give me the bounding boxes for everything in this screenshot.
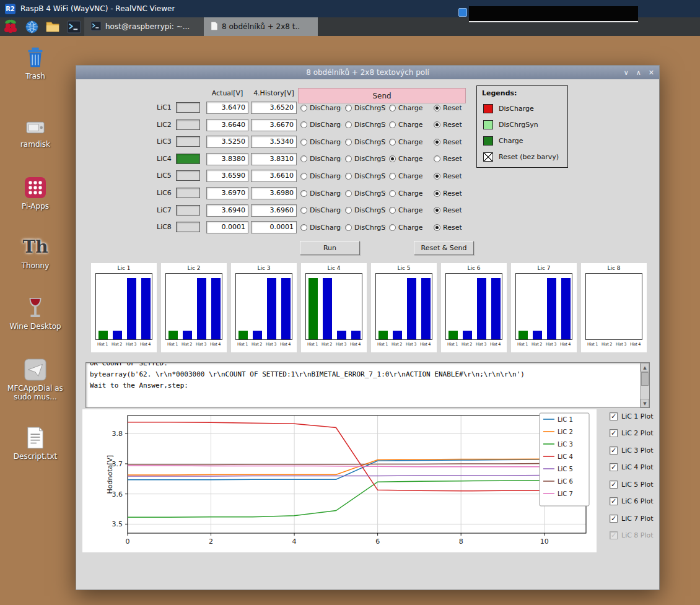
history-voltage-field[interactable]: 3.5340 [251, 136, 297, 148]
radio-discharge[interactable]: DisCharge [300, 103, 341, 113]
radio-discharge[interactable]: DisCharge [300, 120, 341, 130]
actual-voltage-field[interactable]: 3.6640 [206, 119, 248, 131]
radio-reset[interactable]: Reset [434, 171, 462, 181]
radio-circle[interactable] [434, 190, 440, 197]
history-voltage-field[interactable]: 3.6520 [251, 102, 297, 114]
desktop-icon-wine-desktop[interactable]: Wine Desktop [4, 294, 66, 331]
checkbox-icon[interactable]: ✓ [610, 497, 618, 505]
radio-reset[interactable]: Reset [434, 154, 462, 164]
radio-reset[interactable]: Reset [434, 222, 462, 232]
radio-circle[interactable] [300, 207, 307, 214]
radio-circle[interactable] [345, 190, 352, 197]
scroll-up-icon[interactable]: ▲ [641, 363, 649, 372]
plot-checkbox-lic-4-plot[interactable]: ✓LiC 4 Plot [610, 461, 654, 474]
radio-circle[interactable] [345, 139, 352, 146]
radio-charge[interactable]: Charge [389, 137, 422, 147]
actual-voltage-field[interactable]: 3.6970 [206, 187, 248, 199]
radio-circle[interactable] [434, 121, 440, 128]
reset-send-button[interactable]: Reset & Send [414, 241, 474, 255]
radio-dischrgsyn[interactable]: DisChrgSyn [345, 120, 386, 130]
scrollbar-thumb[interactable] [641, 372, 649, 386]
radio-circle[interactable] [389, 155, 396, 162]
radio-circle[interactable] [389, 121, 396, 128]
radio-circle[interactable] [345, 173, 352, 180]
radio-dischrgsyn[interactable]: DisChrgSyn [345, 103, 386, 113]
radio-reset[interactable]: Reset [434, 103, 462, 113]
radio-circle[interactable] [300, 224, 307, 231]
radio-charge[interactable]: Charge [389, 103, 422, 113]
checkbox-icon[interactable]: ✓ [610, 515, 618, 523]
radio-reset[interactable]: Reset [434, 188, 462, 198]
radio-circle[interactable] [345, 207, 352, 214]
run-button[interactable]: Run [300, 241, 360, 255]
actual-voltage-field[interactable]: 3.6940 [206, 204, 248, 217]
radio-charge[interactable]: Charge [389, 154, 422, 164]
checkbox-icon[interactable]: ✓ [610, 429, 618, 437]
radio-dischrgsyn[interactable]: DisChrgSyn [345, 154, 386, 164]
taskbar-task-terminal[interactable]: host@raspberrypi: ~... [84, 17, 204, 36]
actual-voltage-field[interactable]: 3.6470 [206, 102, 248, 114]
radio-dischrgsyn[interactable]: DisChrgSyn [345, 171, 386, 181]
maximize-icon[interactable]: ∧ [636, 69, 641, 77]
radio-circle[interactable] [389, 207, 396, 214]
radio-charge[interactable]: Charge [389, 222, 422, 232]
radio-reset[interactable]: Reset [434, 120, 462, 130]
radio-circle[interactable] [300, 105, 307, 111]
web-browser-icon[interactable] [21, 17, 42, 36]
radio-discharge[interactable]: DisCharge [300, 206, 341, 215]
actual-voltage-field[interactable]: 3.5250 [206, 136, 248, 148]
radio-circle[interactable] [434, 139, 440, 146]
checkbox-icon[interactable]: ✓ [610, 463, 618, 471]
desktop-icon-trash[interactable]: Trash [4, 43, 66, 81]
history-voltage-field[interactable]: 3.6960 [251, 204, 297, 217]
plot-checkbox-lic-3-plot[interactable]: ✓LiC 3 Plot [610, 444, 654, 456]
radio-circle[interactable] [389, 173, 396, 180]
plot-checkbox-lic-7-plot[interactable]: ✓LiC 7 Plot [610, 512, 654, 524]
checkbox-icon[interactable]: ✓ [610, 481, 618, 489]
plot-checkbox-lic-6-plot[interactable]: ✓LiC 6 Plot [610, 495, 654, 508]
radio-circle[interactable] [434, 155, 440, 162]
radio-circle[interactable] [300, 173, 307, 180]
app-window-titlebar[interactable]: 8 obdélníků + 2x8 textových polí ∨ ∧ ✕ [76, 66, 659, 79]
radio-discharge[interactable]: DisCharge [300, 188, 341, 198]
radio-charge[interactable]: Charge [389, 171, 422, 181]
radio-charge[interactable]: Charge [389, 188, 422, 198]
checkbox-icon[interactable]: ✓ [610, 412, 618, 420]
radio-circle[interactable] [345, 155, 352, 162]
checkbox-icon[interactable]: ✓ [610, 446, 618, 455]
plot-checkbox-lic-1-plot[interactable]: ✓LiC 1 Plot [610, 410, 654, 422]
radio-circle[interactable] [434, 207, 440, 214]
desktop-icon-thonny[interactable]: ThThonny [4, 233, 66, 270]
radio-circle[interactable] [345, 121, 352, 128]
radio-reset[interactable]: Reset [434, 137, 462, 147]
plot-checkbox-lic-2-plot[interactable]: ✓LiC 2 Plot [610, 427, 654, 440]
console-output[interactable]: OK COUNT OF SETTED:bytearray(b'62. \r\n*… [85, 362, 650, 408]
terminal-icon[interactable] [63, 17, 84, 36]
history-voltage-field[interactable]: 3.8310 [251, 153, 297, 165]
radio-circle[interactable] [389, 139, 396, 146]
console-scrollbar[interactable]: ▲ ▼ [640, 363, 649, 407]
minimize-icon[interactable]: ∨ [624, 69, 629, 77]
actual-voltage-field[interactable]: 0.0001 [206, 221, 248, 233]
desktop-icon-pi-apps[interactable]: Pi-Apps [4, 173, 66, 211]
radio-discharge[interactable]: DisCharge [300, 137, 341, 147]
radio-dischrgsyn[interactable]: DisChrgSyn [345, 188, 386, 198]
raspberry-menu-icon[interactable] [0, 17, 21, 36]
radio-reset[interactable]: Reset [434, 206, 462, 215]
taskbar-task-app[interactable]: 8 obdélníků + 2x8 t.. [204, 17, 318, 36]
radio-circle[interactable] [300, 190, 307, 197]
radio-dischrgsyn[interactable]: DisChrgSyn [345, 137, 386, 147]
history-voltage-field[interactable]: 3.6980 [251, 187, 297, 199]
radio-circle[interactable] [300, 139, 307, 146]
radio-circle[interactable] [345, 105, 352, 111]
radio-circle[interactable] [345, 224, 352, 231]
history-voltage-field[interactable]: 3.6670 [251, 119, 297, 131]
actual-voltage-field[interactable]: 3.6590 [206, 170, 248, 182]
radio-circle[interactable] [434, 105, 440, 111]
history-voltage-field[interactable]: 0.0001 [251, 221, 297, 233]
radio-circle[interactable] [389, 224, 396, 231]
vnc-tray-icon[interactable] [458, 8, 467, 17]
history-voltage-field[interactable]: 3.6610 [251, 170, 297, 182]
radio-circle[interactable] [389, 105, 396, 111]
radio-circle[interactable] [389, 190, 396, 197]
